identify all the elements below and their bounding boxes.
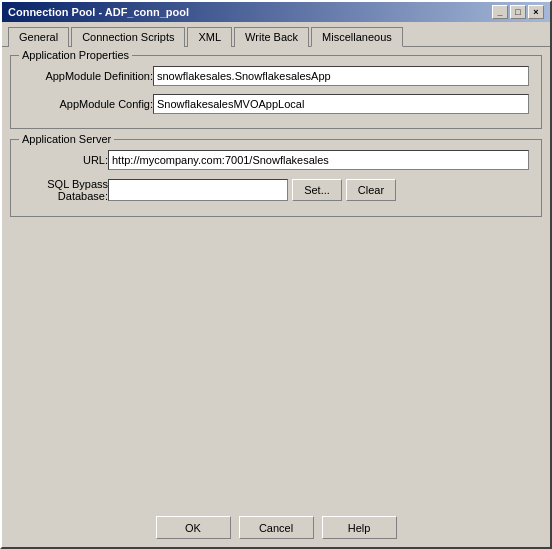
tab-general[interactable]: General [8,27,69,47]
tab-bar: General Connection Scripts XML Write Bac… [2,22,550,46]
cancel-button[interactable]: Cancel [239,516,314,539]
sql-bypass-row: SQL Bypass Database: Set... Clear [23,178,529,202]
tab-xml[interactable]: XML [187,27,232,47]
content-spacer [10,227,542,500]
title-bar-buttons: _ □ × [492,5,544,19]
tab-write-back[interactable]: Write Back [234,27,309,47]
app-module-def-input[interactable] [153,66,529,86]
content-area: Application Properties AppModule Definit… [2,46,550,508]
title-bar: Connection Pool - ADF_conn_pool _ □ × [2,2,550,22]
footer-buttons: OK Cancel Help [2,508,550,547]
app-module-def-row: AppModule Definition: [23,66,529,86]
app-properties-title: Application Properties [19,49,132,61]
window-title: Connection Pool - ADF_conn_pool [8,6,189,18]
app-server-group: Application Server URL: SQL Bypass Datab… [10,139,542,217]
tab-connection-scripts[interactable]: Connection Scripts [71,27,185,47]
url-label: URL: [23,154,108,166]
app-module-config-input[interactable] [153,94,529,114]
sql-bypass-input[interactable] [108,179,288,201]
clear-button[interactable]: Clear [346,179,396,201]
set-button[interactable]: Set... [292,179,342,201]
url-row: URL: [23,150,529,170]
sql-bypass-label: SQL Bypass Database: [23,178,108,202]
app-module-config-label: AppModule Config: [23,98,153,110]
app-properties-group: Application Properties AppModule Definit… [10,55,542,129]
ok-button[interactable]: OK [156,516,231,539]
app-server-title: Application Server [19,133,114,145]
app-module-config-row: AppModule Config: [23,94,529,114]
help-button[interactable]: Help [322,516,397,539]
main-window: Connection Pool - ADF_conn_pool _ □ × Ge… [0,0,552,549]
app-module-def-label: AppModule Definition: [23,70,153,82]
minimize-button[interactable]: _ [492,5,508,19]
close-button[interactable]: × [528,5,544,19]
url-input[interactable] [108,150,529,170]
tab-miscellaneous[interactable]: Miscellaneous [311,27,403,47]
maximize-button[interactable]: □ [510,5,526,19]
